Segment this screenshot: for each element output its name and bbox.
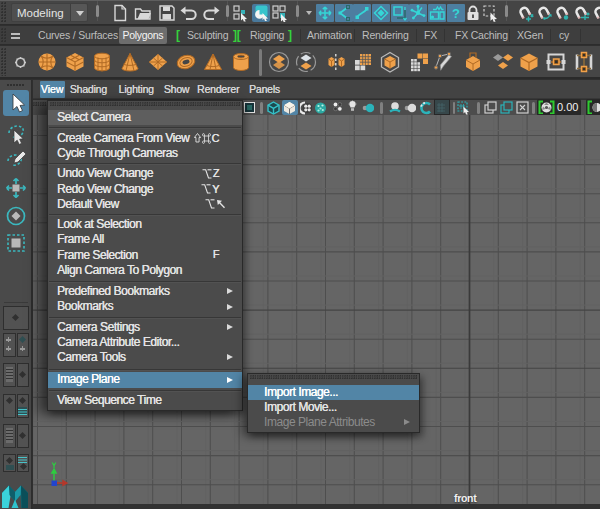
svg-text:?: ? (452, 5, 460, 20)
